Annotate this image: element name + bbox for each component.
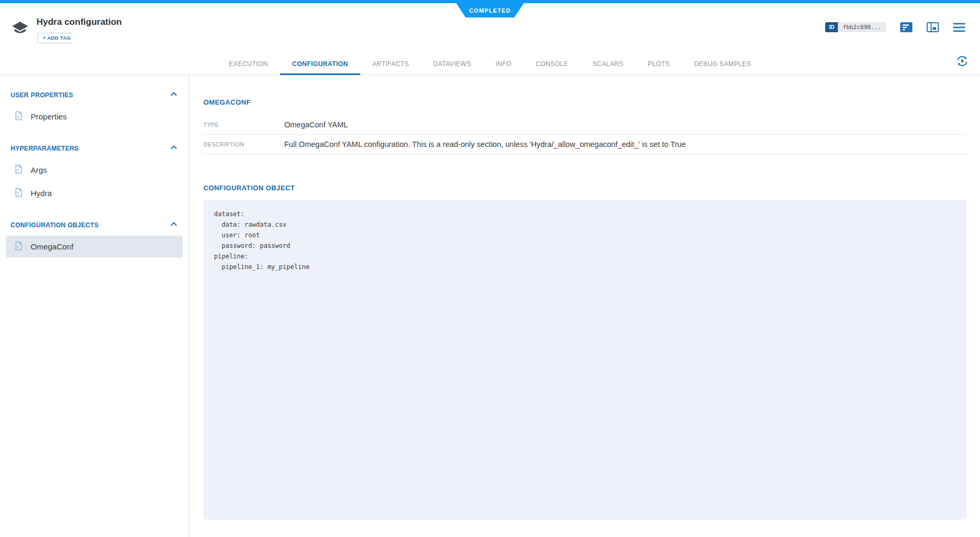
sidebar-item-properties[interactable]: Properties xyxy=(6,106,183,127)
sidebar-item-label: Args xyxy=(31,165,47,174)
section-title: CONFIGURATION OBJECTS xyxy=(11,221,99,229)
sidebar-section-configuration-objects: CONFIGURATION OBJECTS OmegaConf xyxy=(0,216,189,257)
table-row: DESCRIPTION Full OmegaConf YAML configur… xyxy=(203,135,967,154)
type-value: OmegaConf YAML xyxy=(284,121,348,129)
chevron-up-icon[interactable] xyxy=(170,220,178,230)
experiment-icon xyxy=(11,19,30,40)
description-value: Full OmegaConf YAML configuration. This … xyxy=(284,140,686,149)
tab-artifacts[interactable]: ARTIFACTS xyxy=(360,52,421,75)
section-header-user-properties[interactable]: USER PROPERTIES xyxy=(0,86,189,104)
section-title: HYPERPARAMETERS xyxy=(11,145,79,152)
section-header-configuration-objects[interactable]: CONFIGURATION OBJECTS xyxy=(0,216,189,234)
add-tag-button[interactable]: + ADD TAG xyxy=(38,33,72,43)
configuration-object-code[interactable]: dataset: data: rawdata.csv user: root pa… xyxy=(203,200,967,520)
configuration-object-title: CONFIGURATION OBJECT xyxy=(203,184,967,192)
sidebar-section-user-properties: USER PROPERTIES Properties xyxy=(0,86,189,127)
tab-debug-samples[interactable]: DEBUG SAMPLES xyxy=(682,52,763,75)
document-icon xyxy=(13,240,24,253)
section-title: USER PROPERTIES xyxy=(11,91,73,99)
sidebar-item-label: OmegaConf xyxy=(31,242,73,251)
hamburger-menu-icon[interactable] xyxy=(953,23,965,32)
auto-refresh-icon[interactable] xyxy=(955,54,969,70)
tab-console[interactable]: CONSOLE xyxy=(524,52,580,75)
split-panel-icon[interactable] xyxy=(927,22,939,32)
sidebar-section-hyperparameters: HYPERPARAMETERS Args xyxy=(0,139,189,204)
description-label: DESCRIPTION xyxy=(203,141,284,147)
configuration-panel: OMEGACONF TYPE OmegaConf YAML DESCRIPTIO… xyxy=(189,75,980,537)
section-header-hyperparameters[interactable]: HYPERPARAMETERS xyxy=(0,139,189,158)
config-sidebar: USER PROPERTIES Properties xyxy=(0,75,189,537)
sidebar-item-args[interactable]: Args xyxy=(6,159,183,181)
sidebar-item-hydra[interactable]: Hydra xyxy=(6,182,183,204)
tab-scalars[interactable]: SCALARS xyxy=(580,52,636,75)
tab-bar: EXECUTION CONFIGURATION ARTIFACTS DATAVI… xyxy=(0,52,980,75)
table-row: TYPE OmegaConf YAML xyxy=(203,115,967,135)
chevron-up-icon[interactable] xyxy=(170,90,178,100)
tab-info[interactable]: INFO xyxy=(483,52,524,75)
sidebar-item-omegaconf[interactable]: OmegaConf xyxy=(6,236,183,257)
tab-plots[interactable]: PLOTS xyxy=(636,52,682,75)
tab-execution[interactable]: EXECUTION xyxy=(217,52,280,75)
status-badge: COMPLETED xyxy=(456,3,524,17)
log-card-icon[interactable] xyxy=(900,22,912,32)
document-icon xyxy=(13,187,24,199)
sidebar-item-label: Properties xyxy=(31,112,67,121)
type-label: TYPE xyxy=(203,122,284,128)
details-table: TYPE OmegaConf YAML DESCRIPTION Full Ome… xyxy=(203,115,967,154)
document-icon xyxy=(13,110,24,123)
id-label: ID xyxy=(825,22,838,32)
chevron-up-icon[interactable] xyxy=(170,143,178,153)
id-value: fbb2c890... xyxy=(838,22,886,32)
document-icon xyxy=(13,164,24,176)
tab-dataviews[interactable]: DATAVIEWS xyxy=(421,52,483,75)
page-title: Hydra configuration xyxy=(36,17,122,27)
omegaconf-section-title: OMEGACONF xyxy=(203,98,967,106)
sidebar-item-label: Hydra xyxy=(31,189,52,198)
tab-configuration[interactable]: CONFIGURATION xyxy=(280,52,360,75)
experiment-id-badge[interactable]: ID fbb2c890... xyxy=(825,22,886,32)
